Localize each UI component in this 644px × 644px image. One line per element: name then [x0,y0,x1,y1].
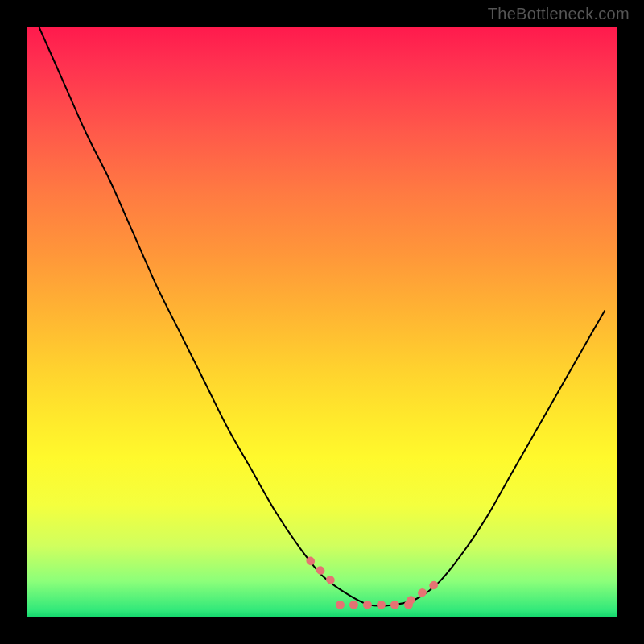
chart-plot-area [27,27,617,617]
highlight-segment-right [411,581,440,601]
attribution-text: TheBottleneck.com [488,5,630,23]
bottleneck-curve [39,27,605,606]
chart-svg [27,27,617,617]
highlight-segment-left [310,560,340,588]
